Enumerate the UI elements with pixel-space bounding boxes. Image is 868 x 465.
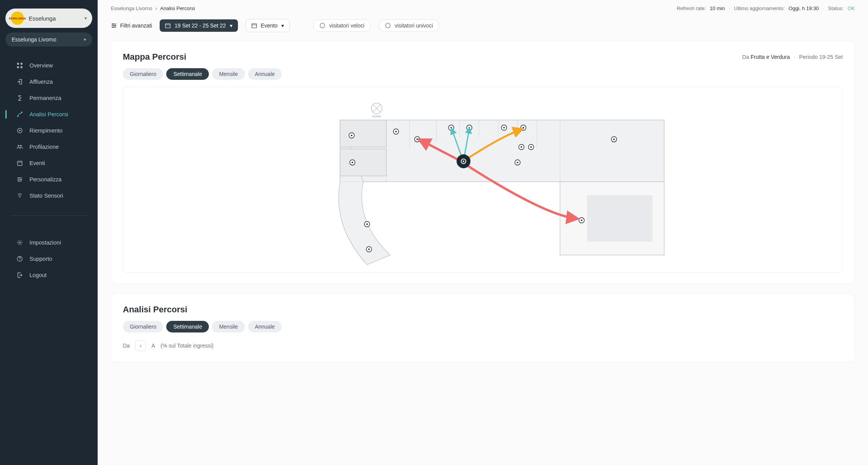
svg-rect-2 — [17, 66, 19, 68]
refresh-label: Refresh rate: — [677, 5, 706, 11]
help-icon — [16, 255, 23, 262]
sensor-node[interactable] — [393, 129, 399, 134]
svg-point-15 — [19, 242, 21, 243]
svg-point-11 — [18, 177, 19, 179]
sensor-node[interactable] — [349, 133, 354, 138]
analysis-tab-mensile[interactable]: Mensile — [212, 321, 245, 332]
next-arrow-button[interactable]: › — [135, 340, 146, 351]
sensor-node[interactable] — [515, 160, 520, 165]
analysis-tab-giornaliero[interactable]: Giornaliero — [123, 321, 163, 332]
map-period-tabs: GiornalieroSettimanaleMensileAnnuale — [123, 68, 843, 80]
compass-label: NORD — [372, 115, 381, 118]
breadcrumb-current: Analisi Percorsi — [160, 5, 195, 11]
store-selector[interactable]: Esselunga Livorno ▾ — [5, 33, 92, 46]
sidebar-item-personalizza[interactable]: Personalizza — [5, 172, 92, 187]
sidebar-item-label: Impostazioni — [29, 239, 61, 246]
from-label: Da — [123, 343, 130, 349]
radio-icon — [385, 23, 391, 28]
sensor-node[interactable] — [350, 160, 355, 165]
origin-sensor[interactable] — [456, 154, 470, 168]
updated-value: Oggi, h 19:30 — [789, 5, 819, 11]
analysis-tab-annuale[interactable]: Annuale — [248, 321, 282, 332]
calendar-icon — [16, 160, 23, 167]
sidebar-item-stato-sensori[interactable]: Stato Sensori — [5, 188, 92, 203]
sidebar-item-riempimento[interactable]: Riempimento — [5, 123, 92, 138]
sensor-node[interactable] — [529, 144, 534, 150]
svg-point-8 — [18, 145, 19, 146]
brand-name: Esselunga — [29, 15, 56, 22]
breadcrumb-parent[interactable]: Esselunga Livorno — [111, 5, 152, 11]
sensor-node[interactable] — [448, 125, 454, 131]
map-card-meta: Da Frutta e Verdura · Periodo 19-25 Set — [742, 54, 843, 60]
event-selector[interactable]: Evento ▾ — [246, 19, 290, 32]
brand-selector[interactable]: ESSELUNGA Esselunga ▾ — [5, 9, 92, 28]
route-icon — [16, 111, 23, 118]
svg-point-20 — [113, 27, 114, 28]
sidebar-item-permanenza[interactable]: Permanenza — [5, 91, 92, 105]
chevron-down-icon: ▾ — [84, 37, 86, 42]
svg-rect-26 — [340, 149, 387, 176]
sidebar: ESSELUNGA Esselunga ▾ Esselunga Livorno … — [0, 0, 98, 465]
grid-icon — [16, 62, 23, 69]
chip-unique-visitors[interactable]: visitatori univoci — [379, 19, 439, 32]
floorplan[interactable]: NORD — [123, 87, 843, 273]
sidebar-item-logout[interactable]: Logout — [5, 268, 92, 282]
sensor-node[interactable] — [364, 222, 370, 227]
map-tab-settimanale[interactable]: Settimanale — [166, 68, 209, 80]
sensor-node[interactable] — [611, 136, 617, 142]
sidebar-item-affluenza[interactable]: Affluenza — [5, 74, 92, 89]
topbar-status: Refresh rate: 10 min · Ultimo aggiorname… — [677, 5, 855, 11]
map-tab-giornaliero[interactable]: Giornaliero — [123, 68, 163, 80]
sensor-node[interactable] — [501, 125, 507, 131]
sensor-node[interactable] — [366, 246, 372, 252]
breadcrumb: Esselunga Livorno › Analisi Percorsi — [111, 5, 195, 11]
calendar-icon — [165, 23, 170, 28]
sidebar-item-impostazioni[interactable]: Impostazioni — [5, 235, 92, 250]
svg-rect-25 — [340, 120, 387, 147]
svg-point-51 — [450, 127, 452, 129]
sidebar-item-profilazione[interactable]: Profilazione — [5, 140, 92, 154]
sensor-node[interactable] — [415, 136, 420, 142]
sidebar-item-label: Profilazione — [29, 144, 59, 150]
svg-point-18 — [112, 24, 114, 25]
chip-fast-visitors[interactable]: visitatori veloci — [313, 19, 371, 32]
sliders-icon — [16, 176, 23, 183]
sidebar-item-supporto[interactable]: Supporto — [5, 251, 92, 266]
svg-rect-38 — [587, 195, 653, 242]
sidebar-item-eventi[interactable]: Eventi — [5, 156, 92, 170]
svg-point-14 — [19, 196, 21, 198]
map-tab-mensile[interactable]: Mensile — [212, 68, 245, 80]
advanced-filters-button[interactable]: Filtri avanzati — [111, 22, 152, 29]
chevron-down-icon: ▾ — [230, 22, 232, 29]
svg-point-67 — [581, 220, 582, 221]
map-card: Mappa Percorsi Da Frutta e Verdura · Per… — [111, 41, 855, 284]
sensor-node[interactable] — [579, 218, 584, 223]
analysis-tab-settimanale[interactable]: Settimanale — [166, 321, 209, 332]
hourglass-icon — [16, 95, 23, 102]
svg-point-17 — [19, 260, 20, 261]
sidebar-item-label: Permanenza — [29, 95, 61, 101]
sidebar-item-analisi-percorsi[interactable]: Analisi Percorsi — [5, 107, 92, 122]
sidebar-item-label: Stato Sensori — [29, 193, 63, 199]
sidebar-item-label: Affluenza — [29, 79, 53, 85]
sidebar-item-label: Eventi — [29, 160, 45, 166]
content-scroll[interactable]: Mappa Percorsi Da Frutta e Verdura · Per… — [98, 41, 868, 465]
svg-point-69 — [366, 224, 368, 225]
target-icon — [16, 127, 23, 134]
svg-point-61 — [517, 162, 518, 163]
event-label: Evento — [261, 22, 278, 29]
nav-footer: ImpostazioniSupportoLogout — [5, 235, 92, 282]
sidebar-item-label: Analisi Percorsi — [29, 111, 68, 117]
date-range-picker[interactable]: 19 Set 22 - 25 Set 22 ▾ — [160, 19, 238, 32]
sidebar-item-overview[interactable]: Overview — [5, 58, 92, 73]
analysis-period-tabs: GiornalieroSettimanaleMensileAnnuale — [123, 321, 843, 332]
store-name: Esselunga Livorno — [12, 36, 56, 43]
radio-icon — [320, 23, 325, 28]
svg-point-45 — [351, 162, 353, 163]
map-tab-annuale[interactable]: Annuale — [248, 68, 282, 80]
svg-rect-10 — [17, 161, 22, 165]
svg-rect-22 — [252, 24, 257, 28]
sensor-node[interactable] — [519, 144, 524, 150]
analysis-card: Analisi Percorsi GiornalieroSettimanaleM… — [111, 293, 855, 362]
gear-icon — [16, 239, 23, 246]
